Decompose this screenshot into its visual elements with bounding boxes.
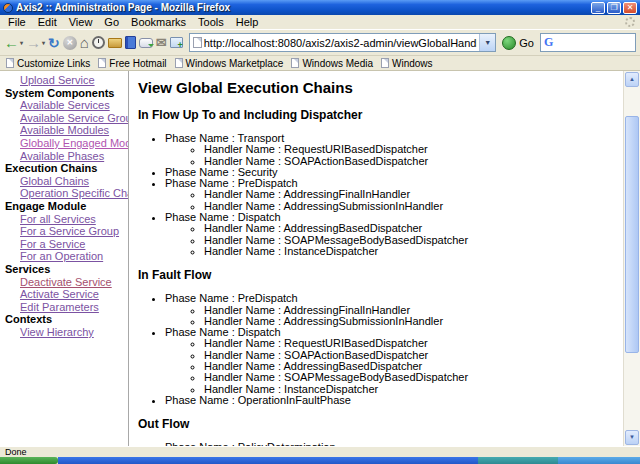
phase-item: Phase Name : TransportHandler Name : Req… (165, 133, 620, 167)
menu-go[interactable]: Go (98, 15, 125, 29)
forward-button[interactable]: → ▾ (26, 35, 45, 50)
clock-icon (92, 36, 105, 49)
sidebar-link-for-an-operation[interactable]: For an Operation (0, 250, 128, 263)
download-panel-icon (139, 38, 153, 48)
taskbar-window-button[interactable] (478, 457, 558, 464)
history-button[interactable] (92, 36, 105, 49)
bookmark-free-hotmail[interactable]: Free Hotmail (98, 58, 166, 69)
url-input[interactable] (202, 35, 480, 50)
menu-items: FileEditViewGoBookmarksToolsHelp (2, 15, 264, 29)
nav-toolbar: ← ▾ → ▾ ↻ ✕ ⌂ ✉ (0, 30, 640, 56)
phase-item: Phase Name : DispatchHandler Name : Addr… (165, 212, 620, 257)
back-button[interactable]: ← ▾ (4, 35, 23, 50)
system-tray (558, 457, 640, 464)
search-bar: G (540, 33, 636, 52)
firefox-window: Axis2 :: Administration Page - Mozilla F… (0, 0, 640, 464)
minimize-button[interactable]: _ (591, 2, 605, 14)
forward-dropdown-icon[interactable]: ▾ (42, 39, 45, 46)
bookmark-page-icon (291, 58, 299, 68)
bookmark-page-icon (6, 58, 14, 68)
reload-icon: ↻ (48, 35, 60, 51)
sidebar-link-for-all-services[interactable]: For all Services (0, 213, 128, 226)
sidebar-link-global-chains[interactable]: Global Chains (0, 175, 128, 188)
phase-item: Phase Name : PolicyDetermination (165, 442, 620, 446)
sidebar-link-for-a-service[interactable]: For a Service (0, 238, 128, 251)
bookmark-customize-links[interactable]: Customize Links (6, 58, 90, 69)
sidebar-link-globally-engaged-modules[interactable]: Globally Engaged Modules (0, 137, 128, 150)
downloads-button[interactable] (139, 38, 153, 48)
sidebar-link-available-phases[interactable]: Available Phases (0, 150, 128, 163)
search-input[interactable] (553, 35, 635, 50)
page-content: Upload ServiceSystem ComponentsAvailable… (0, 71, 640, 446)
status-text: Done (5, 447, 27, 457)
forward-arrow-icon: → (26, 35, 41, 50)
windows-taskbar (0, 457, 640, 464)
phase-item: Phase Name : PreDispatchHandler Name : A… (165, 178, 620, 212)
sidebar-nav: Upload ServiceSystem ComponentsAvailable… (0, 71, 129, 446)
handler-item: Handler Name : InstanceDispatcher (204, 246, 620, 257)
start-button[interactable] (0, 457, 58, 464)
scrollbar-track[interactable] (624, 88, 640, 429)
sidebar-link-available-service-groups[interactable]: Available Service Groups (0, 112, 128, 125)
bookmark-label: Windows Media (302, 58, 373, 69)
go-icon (502, 36, 516, 50)
url-dropdown-icon[interactable]: ▼ (479, 34, 495, 51)
new-window-button[interactable] (170, 37, 183, 48)
menu-bookmarks[interactable]: Bookmarks (125, 15, 192, 29)
sidebar-link-activate-service[interactable]: Activate Service (0, 288, 128, 301)
page-title: View Global Execution Chains (138, 79, 620, 96)
phase-list: Phase Name : PolicyDeterminationPhase Na… (138, 442, 620, 446)
mail-button[interactable]: ✉ (156, 35, 167, 50)
page-favicon (193, 37, 202, 48)
new-window-icon (170, 37, 183, 48)
handler-item: Handler Name : SOAPMessageBodyBasedDispa… (204, 372, 620, 383)
package-icon (108, 38, 122, 48)
sidebar-link-edit-parameters[interactable]: Edit Parameters (0, 301, 128, 314)
taskbar-buttons-area (58, 457, 478, 464)
sidebar-header-services: Services (0, 263, 128, 276)
stop-button[interactable]: ✕ (63, 36, 77, 50)
phase-item: Phase Name : DispatchHandler Name : Requ… (165, 327, 620, 395)
bookmark-windows-media[interactable]: Windows Media (291, 58, 373, 69)
go-label: Go (519, 37, 534, 49)
vertical-scrollbar[interactable]: ▲ ▼ (623, 71, 640, 446)
phase-list: Phase Name : PreDispatchHandler Name : A… (138, 293, 620, 406)
window-controls: _ ❐ ✕ (591, 2, 637, 14)
sidebar-link-view-hierarchy[interactable]: View Hierarchy (0, 326, 128, 339)
menu-edit[interactable]: Edit (32, 15, 63, 29)
sidebar-link-for-a-service-group[interactable]: For a Service Group (0, 225, 128, 238)
sidebar-link-deactivate-service[interactable]: Deactivate Service (0, 276, 128, 289)
maximize-button[interactable]: ❐ (607, 2, 621, 14)
bookmark-windows[interactable]: Windows (381, 58, 433, 69)
sidebar-header-contexts: Contexts (0, 313, 128, 326)
bookmark-windows-marketplace[interactable]: Windows Marketplace (175, 58, 284, 69)
sidebar-link-upload-service[interactable]: Upload Service (0, 74, 128, 87)
home-button[interactable]: ⌂ (80, 34, 89, 51)
menu-bar: FileEditViewGoBookmarksToolsHelp (0, 15, 640, 30)
sidebar-link-available-modules[interactable]: Available Modules (0, 124, 128, 137)
menu-file[interactable]: File (2, 15, 32, 29)
sidebar-link-available-services[interactable]: Available Services (0, 99, 128, 112)
scrollbar-thumb[interactable] (625, 116, 639, 353)
bookmarks-button[interactable] (125, 36, 136, 49)
bookmark-page-icon (175, 58, 183, 68)
go-button[interactable]: Go (499, 36, 537, 50)
back-dropdown-icon[interactable]: ▾ (20, 39, 23, 46)
scroll-down-button[interactable]: ▼ (625, 430, 639, 445)
handler-list: Handler Name : AddressingBasedDispatcher… (165, 223, 620, 257)
mail-icon: ✉ (156, 35, 167, 50)
home-icon: ⌂ (80, 34, 89, 51)
menu-help[interactable]: Help (230, 15, 265, 29)
menu-view[interactable]: View (63, 15, 99, 29)
close-button[interactable]: ✕ (623, 2, 637, 14)
scroll-up-button[interactable]: ▲ (625, 72, 639, 87)
reload-button[interactable]: ↻ (48, 35, 60, 51)
phase-item: Phase Name : PreDispatchHandler Name : A… (165, 293, 620, 327)
handler-list: Handler Name : RequestURIBasedDispatcher… (165, 338, 620, 394)
menu-tools[interactable]: Tools (192, 15, 230, 29)
google-logo-icon: G (544, 35, 553, 50)
bookmark-label: Windows (392, 58, 433, 69)
extensions-button[interactable] (108, 38, 122, 48)
handler-list: Handler Name : RequestURIBasedDispatcher… (165, 144, 620, 167)
sidebar-link-operation-specific-chains[interactable]: Operation Specific Chains (0, 187, 128, 200)
